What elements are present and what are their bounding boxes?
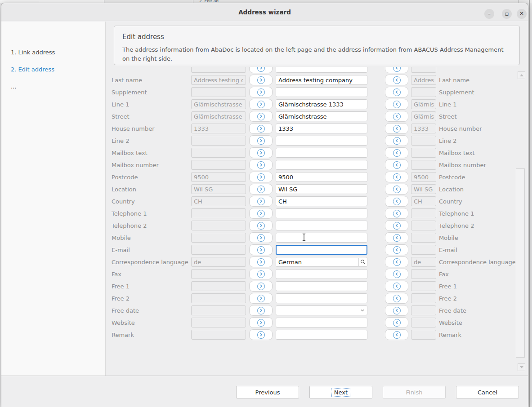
arrow-left-icon xyxy=(393,222,401,230)
row-label-right: Mobile xyxy=(439,234,458,241)
copy-right-button[interactable] xyxy=(249,305,273,316)
merged-value-input[interactable] xyxy=(276,172,367,182)
merged-value-input[interactable] xyxy=(276,293,367,303)
copy-left-button[interactable] xyxy=(385,135,408,146)
arrow-left-icon xyxy=(393,113,401,120)
row-label-right: Location xyxy=(439,186,464,193)
merged-value-input[interactable] xyxy=(276,330,367,340)
merged-value-input[interactable] xyxy=(276,67,367,73)
copy-left-button[interactable] xyxy=(385,147,408,158)
copy-right-button[interactable] xyxy=(249,317,273,328)
copy-right-button[interactable] xyxy=(249,159,273,170)
form-row: Free date Free date xyxy=(106,305,515,317)
scroll-down-button[interactable] xyxy=(518,363,525,371)
copy-right-button[interactable] xyxy=(249,220,273,231)
merged-value-input[interactable] xyxy=(276,136,367,146)
merged-value-input[interactable] xyxy=(276,87,367,97)
copy-right-button[interactable] xyxy=(249,99,273,110)
merged-value-input[interactable] xyxy=(276,124,367,133)
merged-value-input[interactable] xyxy=(276,257,367,267)
copy-left-button[interactable] xyxy=(385,172,408,182)
copy-left-button[interactable] xyxy=(385,329,408,340)
sidebar-step-edit-address[interactable]: 2. Edit address xyxy=(11,66,54,73)
copy-right-button[interactable] xyxy=(249,75,273,85)
copy-right-button[interactable] xyxy=(249,123,273,134)
copy-right-button[interactable] xyxy=(249,135,273,146)
copy-right-button[interactable] xyxy=(249,184,273,195)
arrow-right-icon xyxy=(257,210,265,217)
row-label-left: Mobile xyxy=(112,234,189,241)
copy-right-button[interactable] xyxy=(249,196,273,207)
copy-left-button[interactable] xyxy=(385,67,408,73)
copy-right-button[interactable] xyxy=(249,232,273,243)
arrow-right-icon xyxy=(257,270,265,278)
cancel-button[interactable]: Cancel xyxy=(456,386,519,398)
copy-right-button[interactable] xyxy=(249,269,273,279)
scroll-up-button[interactable] xyxy=(518,71,525,79)
copy-left-button[interactable] xyxy=(385,305,408,316)
merged-value-input[interactable] xyxy=(276,75,367,85)
merged-value-input[interactable] xyxy=(276,208,367,218)
merged-value-input[interactable] xyxy=(276,160,367,170)
merged-value-input[interactable] xyxy=(276,281,367,291)
copy-left-button[interactable] xyxy=(385,75,408,85)
row-label-right: Last name xyxy=(439,77,469,84)
merged-value-input[interactable] xyxy=(276,148,367,158)
copy-left-button[interactable] xyxy=(385,99,408,110)
copy-right-button[interactable] xyxy=(249,281,273,292)
previous-button[interactable]: Previous xyxy=(236,386,299,398)
merged-value-input[interactable] xyxy=(276,269,367,279)
copy-left-button[interactable] xyxy=(385,293,408,304)
arrow-right-icon xyxy=(257,258,265,266)
copy-right-button[interactable] xyxy=(249,257,273,267)
minimize-icon: – xyxy=(488,11,491,17)
chevron-down-icon[interactable] xyxy=(359,308,366,313)
merged-value-input[interactable] xyxy=(276,305,367,315)
search-icon[interactable] xyxy=(358,258,367,266)
next-button[interactable]: Next xyxy=(309,386,372,398)
copy-left-button[interactable] xyxy=(385,196,408,207)
copy-left-button[interactable] xyxy=(385,159,408,170)
minimize-button[interactable]: – xyxy=(484,9,494,19)
copy-left-button[interactable] xyxy=(385,184,408,195)
merged-value-input[interactable] xyxy=(276,111,367,121)
copy-left-button[interactable] xyxy=(385,244,408,255)
merged-value-input[interactable] xyxy=(276,221,367,230)
copy-left-button[interactable] xyxy=(385,220,408,231)
copy-left-button[interactable] xyxy=(385,123,408,134)
copy-right-button[interactable] xyxy=(249,244,273,255)
scrollbar-thumb[interactable] xyxy=(516,168,525,358)
copy-right-button[interactable] xyxy=(249,172,273,182)
copy-left-button[interactable] xyxy=(385,269,408,279)
row-label-right: Country xyxy=(439,198,462,205)
address-form-scroll-area[interactable]: Last name Last name Supplement xyxy=(106,67,515,376)
copy-right-button[interactable] xyxy=(249,87,273,97)
copy-right-button[interactable] xyxy=(249,208,273,219)
copy-right-button[interactable] xyxy=(249,147,273,158)
merged-value-input[interactable] xyxy=(276,184,367,194)
copy-left-button[interactable] xyxy=(385,257,408,267)
close-button[interactable]: ✕ xyxy=(517,9,527,19)
copy-left-button[interactable] xyxy=(385,208,408,219)
copy-left-button[interactable] xyxy=(385,281,408,292)
copy-right-button[interactable] xyxy=(249,111,273,122)
arrow-left-icon xyxy=(393,173,401,181)
maximize-button[interactable]: ◻ xyxy=(502,9,512,19)
merged-value-input[interactable] xyxy=(276,233,367,243)
merged-value-input[interactable] xyxy=(276,99,367,109)
copy-left-button[interactable] xyxy=(385,317,408,328)
copy-right-button[interactable] xyxy=(249,329,273,340)
merged-value-input[interactable] xyxy=(276,196,367,206)
merged-value-input[interactable] xyxy=(276,318,367,327)
copy-right-button[interactable] xyxy=(249,293,273,304)
sidebar-step-link-address[interactable]: 1. Link address xyxy=(11,49,55,56)
row-label-right: E-mail xyxy=(439,247,457,253)
title-bar[interactable]: Address wizard – ◻ ✕ xyxy=(1,3,528,21)
copy-left-button[interactable] xyxy=(385,111,408,122)
copy-right-button[interactable] xyxy=(249,67,273,73)
copy-left-button[interactable] xyxy=(385,87,408,97)
copy-left-button[interactable] xyxy=(385,232,408,243)
abacus-value-input xyxy=(411,221,436,230)
background-window-border xyxy=(39,2,193,2)
merged-value-input[interactable] xyxy=(276,245,367,255)
